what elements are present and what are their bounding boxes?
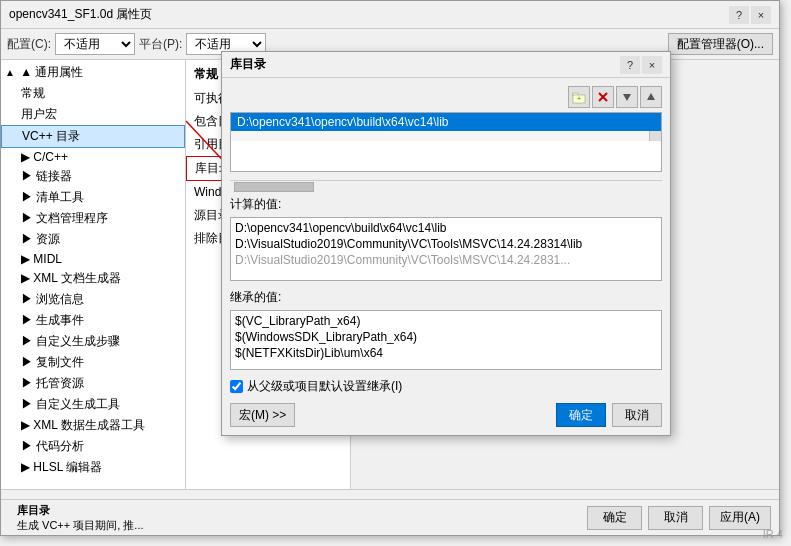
- main-window: opencv341_SF1.0d 属性页 ? × 配置(C): 不适用 平台(P…: [0, 0, 780, 536]
- tree-item-buildevent[interactable]: ▶ 生成事件: [1, 310, 185, 331]
- tree-item-custombuild[interactable]: ▶ 自定义生成步骤: [1, 331, 185, 352]
- tree-item-cpp[interactable]: ▶ C/C++: [1, 148, 185, 166]
- inherited-box: $(VC_LibraryPath_x64) $(WindowsSDK_Libra…: [230, 310, 662, 370]
- close-button[interactable]: ×: [751, 6, 771, 24]
- tree-item-usermacro[interactable]: 用户宏: [1, 104, 185, 125]
- tree-item-hlsl[interactable]: ▶ HLSL 编辑器: [1, 457, 185, 478]
- computed-line-3: D:\VisualStudio2019\Community\VC\Tools\M…: [235, 252, 657, 268]
- tree-item-codeanalysis[interactable]: ▶ 代码分析: [1, 436, 185, 457]
- tree-group-general[interactable]: ▲ ▲ 通用属性: [1, 62, 185, 83]
- computed-box: D:\opencv341\opencv\build\x64\vc14\lib D…: [230, 217, 662, 281]
- help-button[interactable]: ?: [729, 6, 749, 24]
- move-up-button[interactable]: [640, 86, 662, 108]
- inherited-line-3: $(NETFXKitsDir)Lib\um\x64: [235, 345, 657, 361]
- title-bar: opencv341_SF1.0d 属性页 ? ×: [1, 1, 779, 29]
- tree-item-linker[interactable]: ▶ 链接器: [1, 166, 185, 187]
- new-folder-button[interactable]: +: [568, 86, 590, 108]
- dir-list-item[interactable]: D:\opencv341\opencv\build\x64\vc14\lib: [231, 113, 661, 131]
- dialog-cancel-button[interactable]: 取消: [612, 403, 662, 427]
- tree-item-browse[interactable]: ▶ 浏览信息: [1, 289, 185, 310]
- computed-label: 计算的值:: [230, 196, 662, 213]
- inherited-line-2: $(WindowsSDK_LibraryPath_x64): [235, 329, 657, 345]
- svg-marker-5: [623, 94, 631, 101]
- bottom-bar: 库目录 生成 VC++ 项目期间, 推... 确定 取消 应用(A): [1, 499, 779, 535]
- dialog-title-bar: 库目录 ? ×: [222, 52, 670, 78]
- tree-item-docmanager[interactable]: ▶ 文档管理程序: [1, 208, 185, 229]
- bottom-desc: 库目录 生成 VC++ 项目期间, 推...: [9, 503, 349, 533]
- horizontal-scrollbar[interactable]: [230, 180, 662, 192]
- tree-item-normal[interactable]: 常规: [1, 83, 185, 104]
- svg-marker-6: [647, 93, 655, 100]
- move-down-button[interactable]: [616, 86, 638, 108]
- library-dialog: 库目录 ? × +: [221, 51, 671, 436]
- bottom-cancel-button[interactable]: 取消: [648, 506, 703, 530]
- dir-list: D:\opencv341\opencv\build\x64\vc14\lib: [230, 112, 662, 172]
- bottom-desc-text: 生成 VC++ 项目期间, 推...: [17, 519, 144, 531]
- tree-item-customtool[interactable]: ▶ 自定义生成工具: [1, 394, 185, 415]
- computed-section: 计算的值: D:\opencv341\opencv\build\x64\vc14…: [230, 196, 662, 281]
- dir-toolbar: +: [230, 86, 662, 108]
- dialog-help-button[interactable]: ?: [620, 56, 640, 74]
- tree-item-copyfile[interactable]: ▶ 复制文件: [1, 352, 185, 373]
- dialog-title-buttons: ? ×: [620, 56, 662, 74]
- computed-line-1: D:\opencv341\opencv\build\x64\vc14\lib: [235, 220, 657, 236]
- left-tree: ▲ ▲ 通用属性 常规 用户宏 VC++ 目录 ▶ C/C++ ▶ 链接器 ▶ …: [1, 60, 186, 489]
- config-manager-button[interactable]: 配置管理器(O)...: [668, 33, 773, 55]
- title-bar-buttons: ? ×: [729, 6, 771, 24]
- inherited-section: 继承的值: $(VC_LibraryPath_x64) $(WindowsSDK…: [230, 289, 662, 370]
- delete-button[interactable]: [592, 86, 614, 108]
- inherited-label: 继承的值:: [230, 289, 662, 306]
- dialog-footer: 宏(M) >> 确定 取消: [230, 403, 662, 427]
- bottom-ok-button[interactable]: 确定: [587, 506, 642, 530]
- computed-line-2: D:\VisualStudio2019\Community\VC\Tools\M…: [235, 236, 657, 252]
- config-combo[interactable]: 不适用: [55, 33, 135, 55]
- dialog-ok-button[interactable]: 确定: [556, 403, 606, 427]
- dialog-title: 库目录: [230, 56, 266, 73]
- platform-label: 平台(P):: [139, 36, 182, 53]
- scrollbar-thumb[interactable]: [234, 182, 314, 192]
- config-label: 配置(C):: [7, 36, 51, 53]
- inherited-line-1: $(VC_LibraryPath_x64): [235, 313, 657, 329]
- inherit-checkbox-label[interactable]: 从父级或项目默认设置继承(I): [247, 378, 402, 395]
- dialog-close-button[interactable]: ×: [642, 56, 662, 74]
- watermark: IR 4: [763, 528, 783, 540]
- tree-item-resource[interactable]: ▶ 资源: [1, 229, 185, 250]
- tree-item-manifest[interactable]: ▶ 清单工具: [1, 187, 185, 208]
- window-title: opencv341_SF1.0d 属性页: [9, 6, 152, 23]
- tree-item-midl[interactable]: ▶ MIDL: [1, 250, 185, 268]
- tree-item-managed[interactable]: ▶ 托管资源: [1, 373, 185, 394]
- bottom-desc-header: 库目录: [17, 504, 50, 516]
- tree-item-xmldata[interactable]: ▶ XML 数据生成器工具: [1, 415, 185, 436]
- tree-item-xmldoc[interactable]: ▶ XML 文档生成器: [1, 268, 185, 289]
- dialog-content: + D:\opencv341\opencv\build\x64\vc14\lib: [222, 78, 670, 435]
- tree-item-vcpp[interactable]: VC++ 目录: [1, 125, 185, 148]
- inherit-checkbox[interactable]: [230, 380, 243, 393]
- svg-text:+: +: [577, 95, 581, 102]
- arrow-icon: ▲: [5, 67, 15, 78]
- macro-button[interactable]: 宏(M) >>: [230, 403, 295, 427]
- inherit-checkbox-row: 从父级或项目默认设置继承(I): [230, 378, 662, 395]
- bottom-apply-button[interactable]: 应用(A): [709, 506, 771, 530]
